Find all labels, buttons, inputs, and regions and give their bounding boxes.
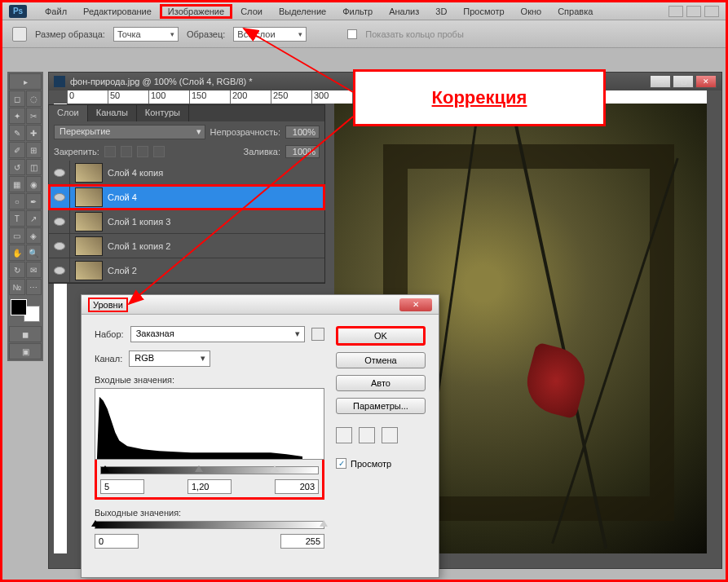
output-white-input[interactable] <box>280 534 324 549</box>
visibility-icon[interactable] <box>54 169 65 177</box>
gradient-tool[interactable]: ▦ <box>9 176 25 192</box>
white-eyedropper-icon[interactable] <box>382 427 398 443</box>
3d-tool[interactable]: ◈ <box>26 227 42 244</box>
cancel-button[interactable]: Отмена <box>336 352 426 368</box>
count-tool[interactable]: № <box>9 279 25 295</box>
channel-select[interactable]: RGB <box>129 351 210 367</box>
auto-button[interactable]: Авто <box>336 375 426 391</box>
layer-row[interactable]: Слой 1 копия 2 <box>49 234 324 258</box>
preset-label: Набор: <box>95 329 124 339</box>
menu-filter[interactable]: Фильтр <box>334 4 381 19</box>
tool-box: ▸ ◻◌ ✦✂ ✎✚ ✐⊞ ↺◫ ▦◉ ○✒ T↗ ▭◈ ✋🔍 ↻✉ №⋯ ◼ … <box>7 72 43 361</box>
marquee-tool[interactable]: ◻ <box>9 90 25 107</box>
black-eyedropper-icon[interactable] <box>336 427 352 443</box>
menu-layer[interactable]: Слои <box>232 4 271 19</box>
lasso-tool[interactable]: ◌ <box>26 90 42 107</box>
minimize-button[interactable]: — <box>650 75 671 88</box>
stamp-tool[interactable]: ⊞ <box>26 142 42 158</box>
preview-checkbox[interactable]: ✓ <box>336 458 346 469</box>
show-ring-checkbox[interactable] <box>347 29 357 39</box>
input-gradient[interactable] <box>100 466 319 474</box>
zoom-tool[interactable]: 🔍 <box>26 245 42 261</box>
foreground-color[interactable] <box>11 299 27 315</box>
output-black-slider[interactable] <box>91 520 99 527</box>
black-point-input[interactable] <box>100 479 144 494</box>
output-black-input[interactable] <box>95 534 139 549</box>
sample-layers-select[interactable]: Все слои <box>233 27 307 42</box>
layer-row[interactable]: Слой 2 <box>49 258 324 283</box>
history-tool[interactable]: ↺ <box>9 159 25 175</box>
eyedropper-tool[interactable]: ✎ <box>9 125 25 141</box>
close-button[interactable]: ✕ <box>695 75 717 88</box>
output-gradient[interactable] <box>95 521 324 529</box>
quickmask-toggle[interactable]: ◼ <box>9 326 42 342</box>
blur-tool[interactable]: ◉ <box>26 176 42 192</box>
menu-select[interactable]: Выделение <box>271 4 334 19</box>
visibility-icon[interactable] <box>54 218 65 226</box>
options-button[interactable]: Параметры... <box>336 398 426 414</box>
layer-row[interactable]: Слой 1 копия 3 <box>49 209 324 234</box>
blend-mode-select[interactable]: Перекрытие <box>54 125 205 139</box>
menu-analysis[interactable]: Анализ <box>381 4 427 19</box>
misc-tool[interactable]: ⋯ <box>26 279 42 295</box>
layer-row-selected[interactable]: Слой 4 <box>49 185 324 209</box>
visibility-icon[interactable] <box>54 242 65 250</box>
type-tool[interactable]: T <box>9 210 25 227</box>
heal-tool[interactable]: ✚ <box>26 125 42 141</box>
move-tool[interactable]: ▸ <box>9 73 42 90</box>
workspace-btn-1[interactable] <box>668 6 683 17</box>
menu-file[interactable]: Файл <box>37 4 75 19</box>
ruler-mark: 150 <box>189 90 230 104</box>
opacity-input[interactable]: 100% <box>285 126 320 139</box>
brush-tool[interactable]: ✐ <box>9 142 25 158</box>
hand-tool[interactable]: ✋ <box>9 245 25 261</box>
lock-position-icon[interactable] <box>137 146 148 157</box>
wand-tool[interactable]: ✦ <box>9 108 25 124</box>
dodge-tool[interactable]: ○ <box>9 193 25 209</box>
notes-tool[interactable]: ✉ <box>26 262 42 278</box>
workspace-btn-2[interactable] <box>686 6 701 17</box>
maximize-button[interactable]: ◻ <box>673 75 694 88</box>
path-tool[interactable]: ↗ <box>26 210 42 227</box>
white-point-input[interactable] <box>275 479 319 494</box>
white-point-slider[interactable] <box>271 465 279 472</box>
menu-edit[interactable]: Редактирование <box>75 4 160 19</box>
visibility-icon[interactable] <box>54 193 65 201</box>
gamma-slider[interactable] <box>195 465 203 472</box>
output-white-slider[interactable] <box>320 520 328 527</box>
visibility-icon[interactable] <box>54 267 65 275</box>
shape-tool[interactable]: ▭ <box>9 227 25 244</box>
tab-channels[interactable]: Каналы <box>88 105 137 121</box>
dialog-close-button[interactable]: ✕ <box>399 298 432 311</box>
tab-layers[interactable]: Слои <box>49 105 88 121</box>
lock-all-icon[interactable] <box>153 146 165 157</box>
ruler-mark: 200 <box>230 90 271 104</box>
gamma-input[interactable] <box>188 479 232 494</box>
fill-input[interactable]: 100% <box>285 145 320 158</box>
screenmode-toggle[interactable]: ▣ <box>9 343 42 359</box>
preset-menu-icon[interactable] <box>311 328 324 341</box>
eyedropper-tool-icon[interactable] <box>12 27 27 42</box>
menu-window[interactable]: Окно <box>513 4 550 19</box>
dialog-titlebar[interactable]: Уровни ✕ <box>82 295 439 315</box>
sample-size-select[interactable]: Точка <box>113 27 179 42</box>
lock-pixels-icon[interactable] <box>121 146 132 157</box>
menu-view[interactable]: Просмотр <box>455 4 512 19</box>
black-point-slider[interactable] <box>101 465 109 472</box>
pen-tool[interactable]: ✒ <box>26 193 42 209</box>
show-ring-label: Показать кольцо пробы <box>365 29 464 39</box>
workspace-btn-3[interactable] <box>704 6 719 17</box>
layer-row[interactable]: Слой 4 копия <box>49 161 324 185</box>
menu-help[interactable]: Справка <box>549 4 601 19</box>
gray-eyedropper-icon[interactable] <box>359 427 375 443</box>
rotate-tool[interactable]: ↻ <box>9 262 25 278</box>
crop-tool[interactable]: ✂ <box>26 108 42 124</box>
eraser-tool[interactable]: ◫ <box>26 159 42 175</box>
tab-paths[interactable]: Контуры <box>137 105 189 121</box>
preset-select[interactable]: Заказная <box>130 326 305 342</box>
lock-transparent-icon[interactable] <box>104 146 116 157</box>
ok-button[interactable]: OK <box>336 326 426 346</box>
menu-3d[interactable]: 3D <box>427 4 455 19</box>
menu-image[interactable]: Изображение <box>160 4 232 19</box>
color-swatches[interactable] <box>9 299 42 322</box>
